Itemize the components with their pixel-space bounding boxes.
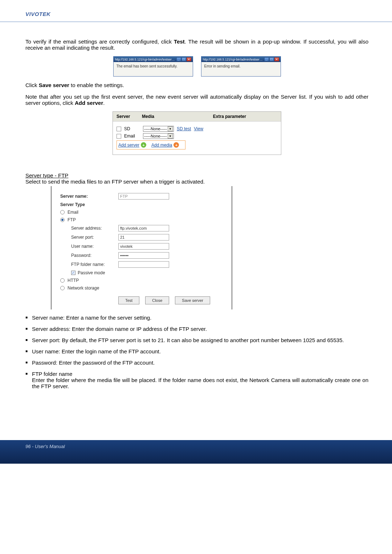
bullet-server-address: Server address: Enter the domain name or… xyxy=(25,326,368,332)
radio-http[interactable] xyxy=(60,278,65,283)
chevron-down-icon[interactable]: ▼ xyxy=(168,126,173,131)
ftp-form-panel: Server name: FTP Server Type Email FTP S… xyxy=(51,186,232,309)
sd-media-select[interactable]: -----None----- ▼ xyxy=(143,126,174,132)
opt-ftp-label: FTP xyxy=(68,217,76,222)
bullet-server-name: Server name: Enter a name for the server… xyxy=(25,315,368,321)
minimize-icon[interactable]: _ xyxy=(264,57,269,61)
ftp-folder-label: FTP folder name: xyxy=(60,262,118,267)
server-row-email: Email -----None----- ▼ xyxy=(117,133,277,139)
server-type-title: Server Type xyxy=(60,202,225,207)
popup-error-titlebar: http://192.168.5.121/cgi-bin/admin/tests… xyxy=(201,57,281,62)
radio-ftp[interactable] xyxy=(60,218,65,222)
server-row-sd: SD -----None----- ▼ SD test View xyxy=(117,126,277,132)
add-server-icon[interactable]: + xyxy=(141,142,146,148)
server-list-panel: Server Media Extra parameter SD -----Non… xyxy=(113,111,281,155)
user-name-input[interactable]: vivotek xyxy=(118,243,169,250)
popup-error-body: Error in sending email. xyxy=(201,62,281,76)
sd-checkbox[interactable] xyxy=(117,127,121,131)
email-media-select[interactable]: -----None----- ▼ xyxy=(143,133,174,139)
test-button[interactable]: Test xyxy=(118,296,139,304)
bullet-ftp-folder-body: Enter the folder where the media file wi… xyxy=(32,377,368,389)
email-checkbox[interactable] xyxy=(117,134,121,139)
add-media-link[interactable]: Add media xyxy=(151,143,172,148)
bullet-list: Server name: Enter a name for the server… xyxy=(25,315,368,389)
add-row: Add server + Add media + xyxy=(117,140,185,149)
server-port-input[interactable]: 21 xyxy=(118,234,169,241)
user-name-label: User name: xyxy=(60,244,118,249)
popup-success-titlebar: http://192.168.5.121/cgi-bin/admin/tests… xyxy=(114,57,193,62)
email-select-value: -----None----- xyxy=(144,134,167,138)
save-paragraph: Click Save server to enable the settings… xyxy=(25,82,368,88)
brand-text: VIVOTEK xyxy=(25,11,50,17)
close-icon[interactable]: × xyxy=(274,57,279,61)
chevron-down-icon[interactable]: ▼ xyxy=(168,134,173,139)
server-name-input[interactable]: FTP xyxy=(118,193,169,200)
radio-network-storage[interactable] xyxy=(60,286,65,290)
server-address-input[interactable]: ftp.vivotek.com xyxy=(118,225,169,231)
bullet-server-port: Server port: By default, the FTP server … xyxy=(25,337,368,343)
server-panel-header: Server Media Extra parameter xyxy=(113,112,281,122)
server-name-label: Server name: xyxy=(60,194,118,199)
ftp-folder-input[interactable] xyxy=(118,261,169,268)
popup-success-body: The email has been sent successfully. xyxy=(114,62,193,76)
opt-network-label: Network storage xyxy=(68,286,99,291)
intro-test-word: Test xyxy=(174,38,185,45)
save-c: to enable the settings. xyxy=(69,82,124,88)
bullet-password: Password: Enter the password of the FTP … xyxy=(25,360,368,366)
add-media-icon[interactable]: + xyxy=(173,142,179,148)
email-label: Email xyxy=(124,134,140,139)
col-extra: Extra parameter xyxy=(178,112,281,121)
server-address-label: Server address: xyxy=(60,226,118,231)
ftp-intro: Select to send the media files to an FTP… xyxy=(25,178,368,185)
popup-row: http://192.168.5.121/cgi-bin/admin/tests… xyxy=(25,56,368,77)
password-input[interactable]: •••••• xyxy=(118,252,169,259)
page-footer: 96 - User's Manual xyxy=(0,440,392,464)
bullet-ftp-folder: FTP folder name Enter the folder where t… xyxy=(25,371,368,389)
password-label: Password: xyxy=(60,253,118,258)
ftp-section-title: Server type - FTP xyxy=(25,172,368,178)
note-c: . xyxy=(103,100,105,106)
opt-email-label: Email xyxy=(68,210,78,215)
opt-http-label: HTTP xyxy=(68,278,79,283)
view-link[interactable]: View xyxy=(194,126,203,131)
sd-select-value: -----None----- xyxy=(144,127,167,131)
bullet-user-name: User name: Enter the login name of the F… xyxy=(25,348,368,354)
intro-text-a: To verify if the email settings are corr… xyxy=(25,38,174,45)
popup-error-title: http://192.168.5.121/cgi-bin/admin/tests… xyxy=(203,58,264,61)
sd-label: SD xyxy=(124,126,140,131)
close-icon[interactable]: × xyxy=(187,57,191,61)
sd-test-link[interactable]: SD test xyxy=(177,126,191,131)
minimize-icon[interactable]: _ xyxy=(176,57,181,61)
intro-paragraph: To verify if the email settings are corr… xyxy=(25,38,368,51)
save-a: Click xyxy=(25,82,39,88)
passive-mode-label: Passive mode xyxy=(78,270,105,275)
add-server-link[interactable]: Add server xyxy=(118,143,139,148)
popup-success: http://192.168.5.121/cgi-bin/admin/tests… xyxy=(113,56,193,77)
note-b: Add server xyxy=(75,100,103,106)
save-server-button[interactable]: Save server xyxy=(175,296,210,304)
save-b: Save server xyxy=(39,82,69,88)
bullet-ftp-folder-title: FTP folder name xyxy=(32,371,72,377)
close-button[interactable]: Close xyxy=(145,296,169,304)
radio-email[interactable] xyxy=(60,210,65,214)
passive-mode-checkbox[interactable]: ✓ xyxy=(71,271,75,275)
popup-error: http://192.168.5.121/cgi-bin/admin/tests… xyxy=(201,56,281,77)
maximize-icon[interactable]: □ xyxy=(181,57,186,61)
server-port-label: Server port: xyxy=(60,235,118,240)
note-paragraph: Note that after you set up the first eve… xyxy=(25,94,368,106)
popup-success-title: http://192.168.5.121/cgi-bin/admin/tests… xyxy=(115,58,176,61)
col-server: Server xyxy=(113,112,138,121)
col-media: Media xyxy=(138,112,178,121)
maximize-icon[interactable]: □ xyxy=(269,57,274,61)
